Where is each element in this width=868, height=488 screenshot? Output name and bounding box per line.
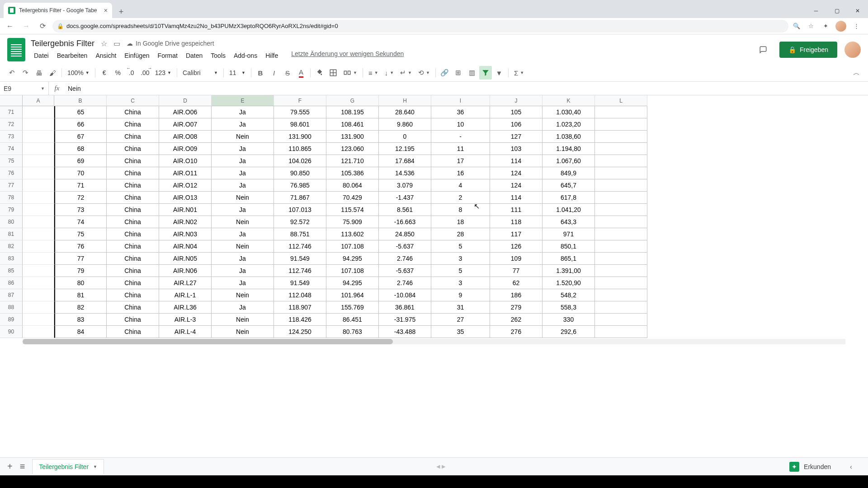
last-edit-link[interactable]: Letzte Änderung vor wenigen Sekunden	[291, 50, 404, 61]
document-title[interactable]: Teilergebnis Filter	[31, 39, 94, 48]
cell[interactable]: 1.194,80	[542, 143, 595, 155]
cell[interactable]: 91.549	[274, 253, 326, 265]
cell[interactable]	[23, 118, 54, 131]
cell[interactable]: -5.637	[379, 240, 431, 253]
cell[interactable]: 80.064	[326, 179, 379, 192]
cell[interactable]: 850,1	[542, 240, 595, 253]
cell[interactable]: 75	[54, 228, 107, 240]
name-box[interactable]: E9 ▼	[0, 82, 49, 95]
cell[interactable]: Ja	[212, 155, 274, 167]
cell[interactable]: AIR.L-3	[159, 314, 212, 326]
cell[interactable]: Ja	[212, 118, 274, 131]
cell[interactable]: 3.079	[379, 179, 431, 192]
column-header[interactable]: K	[542, 95, 595, 106]
cell[interactable]	[23, 179, 54, 192]
row-header[interactable]: 77	[0, 179, 23, 192]
number-format-dropdown[interactable]: 123▼	[152, 66, 174, 80]
chart-icon[interactable]: ▥	[466, 66, 478, 80]
cell[interactable]: 108.195	[326, 106, 379, 118]
cell[interactable]: China	[107, 289, 159, 301]
row-header[interactable]: 87	[0, 289, 23, 301]
cell[interactable]: 5	[431, 265, 490, 277]
cell[interactable]: China	[107, 216, 159, 228]
cell[interactable]: 117	[490, 228, 542, 240]
cell[interactable]: 617,8	[542, 192, 595, 204]
menu-einfuegen[interactable]: Einfügen	[121, 50, 152, 61]
cell[interactable]: -10.084	[379, 289, 431, 301]
cell[interactable]: 80.763	[326, 326, 379, 338]
cell[interactable]	[23, 204, 54, 216]
row-header[interactable]: 89	[0, 314, 23, 326]
cell[interactable]: 90.850	[274, 167, 326, 179]
cell[interactable]: 112.048	[274, 289, 326, 301]
cell[interactable]: Ja	[212, 277, 274, 289]
cell[interactable]: 28	[431, 228, 490, 240]
cell[interactable]: 82	[54, 301, 107, 314]
cell[interactable]: 1.030,40	[542, 106, 595, 118]
browser-menu-icon[interactable]: ⋮	[852, 22, 861, 31]
cell[interactable]: 18	[431, 216, 490, 228]
menu-hilfe[interactable]: Hilfe	[262, 50, 281, 61]
cell[interactable]: China	[107, 314, 159, 326]
cell[interactable]	[595, 106, 647, 118]
cell[interactable]: China	[107, 277, 159, 289]
decrease-decimal-button[interactable]: ←.0	[125, 66, 138, 80]
cell[interactable]	[23, 131, 54, 143]
cell[interactable]: 77	[490, 265, 542, 277]
font-dropdown[interactable]: Calibri▼	[180, 66, 221, 80]
cell[interactable]: 112.746	[274, 240, 326, 253]
functions-button[interactable]: Σ▼	[511, 66, 527, 80]
cell[interactable]: 1.520,90	[542, 277, 595, 289]
cell[interactable]: 276	[490, 326, 542, 338]
column-header[interactable]: D	[159, 95, 212, 106]
url-input[interactable]: 🔒 docs.google.com/spreadsheets/d/10TVamq…	[52, 20, 788, 33]
cell[interactable]: 0	[379, 131, 431, 143]
cell[interactable]: 9	[431, 289, 490, 301]
valign-button[interactable]: ↓▼	[382, 66, 396, 80]
cell[interactable]	[23, 167, 54, 179]
save-status[interactable]: ☁ In Google Drive gespeichert	[127, 40, 214, 47]
cell[interactable]: 86.451	[326, 314, 379, 326]
bookmark-icon[interactable]: ☆	[807, 22, 816, 31]
cell[interactable]: AIR.N02	[159, 216, 212, 228]
cell[interactable]: 81	[54, 289, 107, 301]
text-color-button[interactable]: A	[295, 66, 307, 80]
column-header[interactable]: F	[274, 95, 326, 106]
cell[interactable]: 79	[54, 265, 107, 277]
rotate-button[interactable]: ⟲▼	[415, 66, 433, 80]
cell[interactable]: 548,2	[542, 289, 595, 301]
row-header[interactable]: 79	[0, 204, 23, 216]
cell[interactable]: Nein	[212, 216, 274, 228]
star-icon[interactable]: ☆	[101, 39, 107, 48]
cell[interactable]	[23, 216, 54, 228]
cell[interactable]: Ja	[212, 106, 274, 118]
cell[interactable]: 66	[54, 118, 107, 131]
cell[interactable]: 71.867	[274, 192, 326, 204]
share-button[interactable]: 🔒 Freigeben	[779, 42, 837, 58]
cell[interactable]: 127	[490, 131, 542, 143]
fill-color-button[interactable]	[313, 66, 326, 80]
cell[interactable]: China	[107, 143, 159, 155]
percent-button[interactable]: %	[112, 66, 124, 80]
cell[interactable]: 110.865	[274, 143, 326, 155]
cell[interactable]: Ja	[212, 179, 274, 192]
column-header[interactable]: I	[431, 95, 490, 106]
cell[interactable]: China	[107, 106, 159, 118]
cell[interactable]: 17	[431, 155, 490, 167]
cell[interactable]	[595, 167, 647, 179]
strikethrough-button[interactable]: S	[281, 66, 294, 80]
cell[interactable]: Ja	[212, 204, 274, 216]
cell[interactable]: China	[107, 326, 159, 338]
cell[interactable]: 35	[431, 326, 490, 338]
cell[interactable]: 113.602	[326, 228, 379, 240]
cell[interactable]: 106	[490, 118, 542, 131]
cell[interactable]	[23, 265, 54, 277]
cell[interactable]	[595, 265, 647, 277]
cell[interactable]: 14.536	[379, 167, 431, 179]
row-header[interactable]: 74	[0, 143, 23, 155]
cell[interactable]: 10	[431, 118, 490, 131]
cell[interactable]: 5	[431, 240, 490, 253]
cell[interactable]: Ja	[212, 265, 274, 277]
cell[interactable]: 279	[490, 301, 542, 314]
cell[interactable]	[23, 277, 54, 289]
